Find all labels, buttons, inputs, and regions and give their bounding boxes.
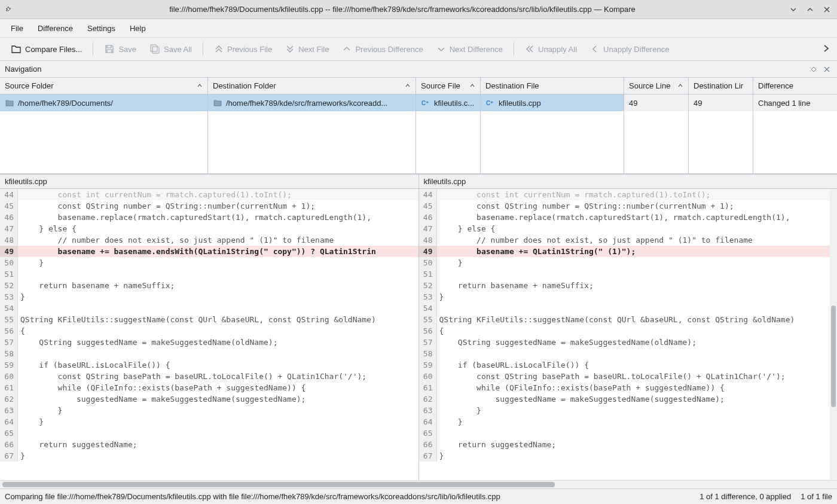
code-line[interactable]: 61 while (QFileInfo::exists(basePath + s… [419, 382, 838, 393]
nav-row-dest-line[interactable]: 49 [689, 94, 753, 111]
panel-float-button[interactable] [808, 64, 819, 75]
code-line[interactable]: 60 const QString basePath = baseURL.toLo… [419, 371, 838, 382]
scrollbar-thumb[interactable] [831, 306, 836, 407]
code-line[interactable]: 54 [0, 303, 418, 314]
code-line[interactable]: 44 const int currentNum = rmatch.capture… [419, 189, 838, 200]
line-number: 53 [419, 291, 437, 303]
code-line[interactable]: 58 [419, 348, 838, 359]
line-number: 61 [0, 382, 18, 393]
code-line[interactable]: 59 if (baseURL.isLocalFile()) { [419, 359, 838, 371]
nav-header-source-folder[interactable]: Source Folder [0, 78, 207, 94]
nav-col-lines: Source Line 49 Destination Lir [624, 78, 837, 173]
line-text: basename += QLatin1String(" (1)"); [437, 246, 838, 257]
line-text: } else { [437, 223, 838, 234]
nav-header-difference[interactable]: Difference [753, 78, 837, 94]
code-line[interactable]: 57 QString suggestedName = makeSuggested… [0, 337, 418, 348]
code-line[interactable]: 64 } [0, 416, 418, 427]
code-line[interactable]: 46 basename.replace(rmatch.capturedStart… [0, 212, 418, 223]
code-line[interactable]: 51 [419, 268, 838, 280]
code-line[interactable]: 50 } [0, 257, 418, 268]
code-line[interactable]: 47 } else { [0, 223, 418, 234]
code-line[interactable]: 57 QString suggestedName = makeSuggested… [419, 337, 838, 348]
menu-difference[interactable]: Difference [32, 22, 79, 35]
code-line[interactable]: 62 suggestedName = makeSuggestedName(sug… [419, 393, 838, 405]
code-line[interactable]: 52 return basename + nameSuffix; [419, 280, 838, 291]
code-line[interactable]: 67} [419, 450, 838, 462]
code-line[interactable]: 63 } [419, 405, 838, 416]
previous-difference-button: Previous Difference [336, 41, 429, 57]
code-line[interactable]: 65 [0, 427, 418, 439]
vertical-scrollbar[interactable] [830, 189, 837, 480]
nav-header-dest-folder[interactable]: Destination Folder [208, 78, 416, 94]
pin-icon[interactable] [5, 6, 17, 13]
code-line[interactable]: 44 const int currentNum = rmatch.capture… [0, 189, 418, 200]
code-line[interactable]: 47 } else { [419, 223, 838, 234]
code-line[interactable]: 55QString KFileUtils::suggestName(const … [0, 314, 418, 325]
minimize-button[interactable] [788, 4, 799, 15]
panel-close-button[interactable] [821, 64, 832, 75]
line-text: } [18, 450, 418, 462]
nav-header-dest-file[interactable]: Destination File [481, 78, 624, 94]
code-line[interactable]: 52 return basename + nameSuffix; [0, 280, 418, 291]
code-line[interactable]: 50 } [419, 257, 838, 268]
code-line[interactable]: 49 basename += QLatin1String(" (1)"); [419, 246, 838, 257]
line-text: } [437, 291, 838, 303]
code-line[interactable]: 49 basename += basename.endsWith(QLatin1… [0, 246, 418, 257]
line-number: 66 [419, 439, 437, 450]
code-line[interactable]: 54 [419, 303, 838, 314]
nav-row-difference[interactable]: Changed 1 line [753, 94, 837, 111]
maximize-button[interactable] [805, 4, 815, 15]
source-pane: kfileutils.cpp 44 const int currentNum =… [0, 175, 419, 480]
menu-help[interactable]: Help [124, 22, 152, 35]
code-line[interactable]: 63 } [0, 405, 418, 416]
line-text: { [437, 325, 838, 337]
code-line[interactable]: 64 } [419, 416, 838, 427]
unapply-difference-button: Unapply Difference [584, 41, 675, 57]
nav-row-dest-folder[interactable]: /home/fhek789/kde/src/frameworks/kcoread… [208, 94, 416, 111]
toolbar-overflow-button[interactable] [820, 44, 832, 54]
dest-code[interactable]: 44 const int currentNum = rmatch.capture… [419, 189, 838, 480]
nav-header-source-line[interactable]: Source Line [624, 78, 688, 94]
code-line[interactable]: 45 const QString number = QString::numbe… [419, 200, 838, 212]
scrollbar-thumb[interactable] [2, 482, 555, 487]
code-line[interactable]: 55QString KFileUtils::suggestName(const … [419, 314, 838, 325]
line-number: 63 [419, 405, 437, 416]
code-line[interactable]: 45 const QString number = QString::numbe… [0, 200, 418, 212]
code-line[interactable]: 48 // number does not exist, so just app… [419, 234, 838, 246]
code-line[interactable]: 48 // number does not exist, so just app… [0, 234, 418, 246]
code-line[interactable]: 56{ [0, 325, 418, 337]
code-line[interactable]: 56{ [419, 325, 838, 337]
code-line[interactable]: 66 return suggestedName; [419, 439, 838, 450]
code-line[interactable]: 46 basename.replace(rmatch.capturedStart… [419, 212, 838, 223]
code-line[interactable]: 58 [0, 348, 418, 359]
line-number: 50 [419, 257, 437, 268]
nav-header-source-file[interactable]: Source File [416, 78, 480, 94]
nav-row-source-line[interactable]: 49 [624, 94, 688, 111]
line-text: if (baseURL.isLocalFile()) { [18, 359, 418, 371]
code-line[interactable]: 59 if (baseURL.isLocalFile()) { [0, 359, 418, 371]
code-line[interactable]: 53} [419, 291, 838, 303]
code-line[interactable]: 53} [0, 291, 418, 303]
code-line[interactable]: 67} [0, 450, 418, 462]
nav-header-dest-line[interactable]: Destination Lir [689, 78, 753, 94]
code-line[interactable]: 65 [419, 427, 838, 439]
horizontal-scrollbar[interactable] [0, 480, 837, 488]
code-line[interactable]: 51 [0, 268, 418, 280]
code-line[interactable]: 66 return suggestedName; [0, 439, 418, 450]
nav-row-dest-file[interactable]: C⁺ kfileutils.cpp [481, 94, 624, 111]
close-button[interactable] [821, 4, 832, 15]
line-text: const int currentNum = rmatch.captured(1… [437, 189, 838, 200]
nav-row-source-folder[interactable]: /home/fhek789/Documents/ [0, 94, 207, 111]
line-number: 63 [0, 405, 18, 416]
line-text: return suggestedName; [18, 439, 418, 450]
menu-file[interactable]: File [5, 22, 29, 35]
source-code[interactable]: 44 const int currentNum = rmatch.capture… [0, 189, 418, 480]
code-line[interactable]: 60 const QString basePath = baseURL.toLo… [0, 371, 418, 382]
menu-settings[interactable]: Settings [81, 22, 121, 35]
sort-arrow-icon [405, 83, 411, 90]
code-line[interactable]: 62 suggestedName = makeSuggestedName(sug… [0, 393, 418, 405]
status-diff-count: 1 of 1 difference, 0 applied [699, 492, 791, 501]
nav-row-source-file[interactable]: C⁺ kfileutils.c... [416, 94, 480, 111]
code-line[interactable]: 61 while (QFileInfo::exists(basePath + s… [0, 382, 418, 393]
compare-files-button[interactable]: Compare Files... [5, 40, 88, 58]
